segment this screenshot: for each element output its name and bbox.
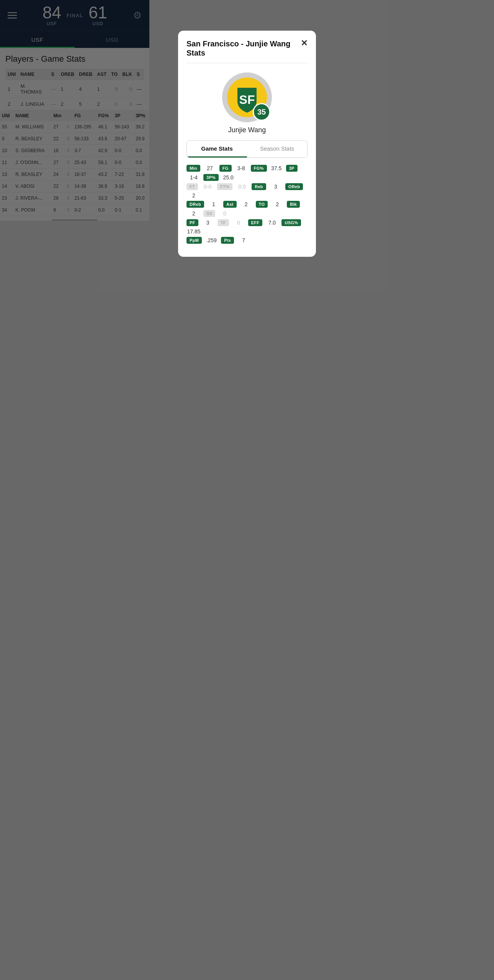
modal-overlay[interactable]: San Francisco - Junjie Wang Stats ✕ SF bbox=[0, 0, 149, 296]
